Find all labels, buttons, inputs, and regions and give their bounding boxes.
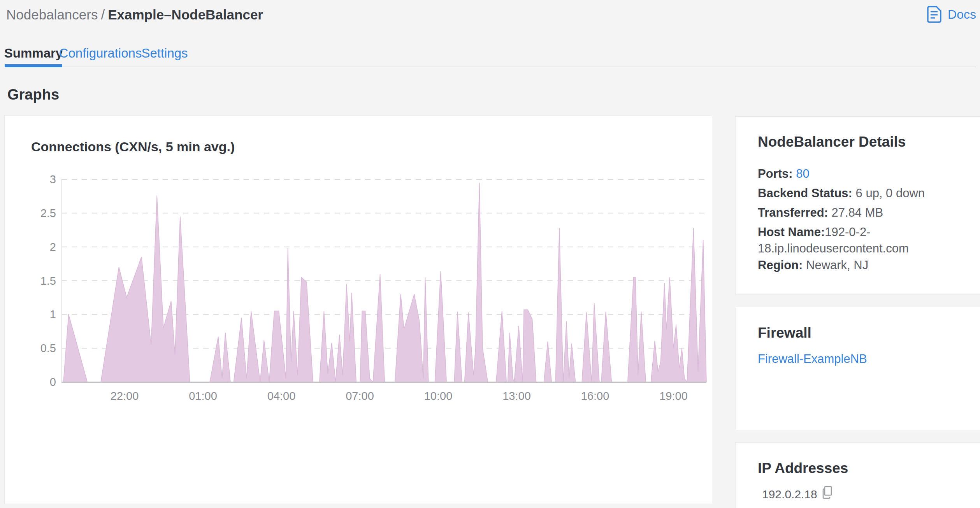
docs-link-label: Docs xyxy=(948,7,976,22)
tabs-divider xyxy=(5,67,976,67)
x-tick-label: 07:00 xyxy=(333,389,387,403)
connections-area-chart xyxy=(61,179,706,384)
transferred-row: Transferred: 27.84 MB xyxy=(758,205,960,221)
y-tick-label: 1 xyxy=(29,307,56,322)
tab-summary-label: Summary xyxy=(4,46,63,61)
y-tick-label: 2 xyxy=(29,239,56,255)
docs-link[interactable]: Docs xyxy=(926,5,976,23)
y-tick-label: 2.5 xyxy=(29,205,56,221)
y-tick-label: 0 xyxy=(29,374,56,390)
y-tick-label: 3 xyxy=(29,172,56,187)
ip-addresses-panel: IP Addresses 192.0.2.18 xyxy=(736,443,980,508)
tab-summary[interactable]: Summary xyxy=(5,42,62,64)
firewall-panel: Firewall Firewall-ExampleNB xyxy=(736,307,980,430)
x-tick-label: 22:00 xyxy=(97,389,152,403)
firewall-panel-title: Firewall xyxy=(758,325,811,341)
region-label: Region: xyxy=(758,258,803,272)
breadcrumb-separator: / xyxy=(98,7,108,22)
ip-address-value: 192.0.2.18 xyxy=(762,488,817,501)
transferred-value: 27.84 MB xyxy=(832,206,883,219)
tab-configurations-label: Configurations xyxy=(59,46,142,61)
x-tick-label: 13:00 xyxy=(490,389,544,403)
backend-status-label: Backend Status: xyxy=(758,186,852,200)
breadcrumb: Nodebalancers/Example–NodeBalancer xyxy=(6,7,263,23)
tab-settings-label: Settings xyxy=(141,46,188,61)
region-row: Region: Newark, NJ xyxy=(758,257,960,273)
tab-settings[interactable]: Settings xyxy=(139,42,191,64)
backend-status-row: Backend Status: 6 up, 0 down xyxy=(758,185,960,201)
nodebalancer-details-panel: NodeBalancer Details Ports: 80 Backend S… xyxy=(736,117,980,294)
docs-page-icon xyxy=(926,5,942,23)
tab-configurations[interactable]: Configurations xyxy=(62,42,139,64)
x-tick-label: 01:00 xyxy=(176,389,230,403)
x-tick-label: 16:00 xyxy=(568,389,622,403)
host-name-label: Host Name: xyxy=(758,225,825,239)
breadcrumb-nodebalancers-link[interactable]: Nodebalancers xyxy=(6,7,98,22)
x-tick-label: 10:00 xyxy=(411,389,465,403)
backend-status-value: 6 up, 0 down xyxy=(856,186,925,200)
port-80-link[interactable]: 80 xyxy=(796,167,809,180)
ports-label: Ports: xyxy=(758,167,793,180)
page-title: Example–NodeBalancer xyxy=(108,7,263,22)
firewall-example-nb-link[interactable]: Firewall-ExampleNB xyxy=(758,352,867,366)
region-value: Newark, NJ xyxy=(806,258,868,272)
connections-area-series xyxy=(61,183,706,382)
ip-panel-title: IP Addresses xyxy=(758,460,848,476)
chart-title: Connections (CXN/s, 5 min avg.) xyxy=(31,139,235,154)
y-tick-label: 1.5 xyxy=(29,273,56,289)
host-name-row: Host Name:192-0-2-18.ip.linodeuserconten… xyxy=(758,224,960,257)
graphs-section-title: Graphs xyxy=(7,86,59,103)
transferred-label: Transferred: xyxy=(758,206,828,219)
active-tab-underline xyxy=(5,64,62,67)
y-tick-label: 0.5 xyxy=(29,340,56,356)
ports-row: Ports: 80 xyxy=(758,166,960,182)
details-panel-title: NodeBalancer Details xyxy=(758,134,906,150)
x-tick-label: 04:00 xyxy=(254,389,309,403)
nodebalancer-summary-page: Nodebalancers/Example–NodeBalancer Docs … xyxy=(0,0,980,508)
copy-icon[interactable] xyxy=(821,485,834,502)
x-tick-label: 19:00 xyxy=(646,389,701,403)
